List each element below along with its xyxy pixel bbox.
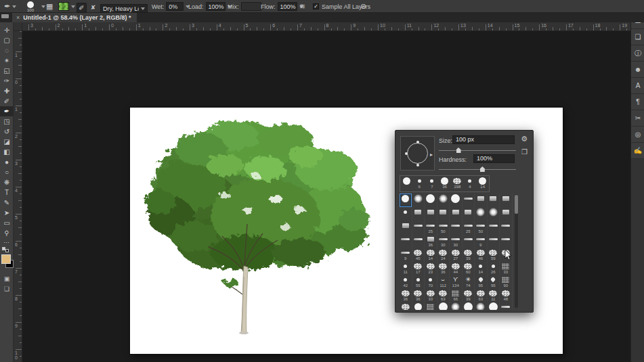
wet-mix-preset-dropdown[interactable]: Dry, Heavy Load (100, 4, 148, 13)
mixer-brush-tool[interactable]: ✒ (0, 106, 14, 116)
eraser-tool[interactable]: ◪ (0, 137, 14, 147)
brush-grid-scrollbar[interactable] (515, 194, 518, 308)
load-brush-button[interactable]: ✐ (77, 3, 87, 13)
recent-brush[interactable]: 4 (464, 176, 477, 191)
current-brush-load-swatch[interactable] (58, 0, 75, 13)
move-tool[interactable]: ✛ (0, 25, 14, 35)
toolbar-collapse-chip[interactable] (1, 14, 9, 18)
brush-preset[interactable]: 50 (437, 221, 450, 234)
flow-field[interactable]: 100% (278, 2, 297, 11)
brush-preset[interactable]: 26 (488, 261, 500, 275)
brush-angle-preview[interactable]: ▸ (400, 136, 435, 171)
screen-mode-icon[interactable]: ❏ (0, 284, 14, 294)
brush-preset[interactable]: 70 (425, 275, 437, 288)
zoom-tool[interactable]: ⚲ (0, 228, 14, 238)
brush-preset[interactable] (500, 194, 513, 207)
brush-preset[interactable] (488, 207, 500, 221)
pen-tool[interactable]: ✎ (0, 198, 14, 208)
eyedropper-tool[interactable]: ✑ (0, 76, 14, 86)
mix-field[interactable] (241, 2, 261, 11)
brush-preset[interactable]: 50 (475, 221, 488, 234)
foreground-color-swatch[interactable] (1, 254, 11, 264)
brush-preset[interactable]: 11 (400, 261, 412, 275)
brush-preset[interactable]: 60 (463, 261, 475, 275)
brush-preset[interactable] (425, 207, 437, 221)
path-select-tool[interactable]: ➤ (0, 208, 14, 218)
brush-preset[interactable]: 36 (437, 261, 450, 275)
brush-preset[interactable]: 39 (463, 248, 475, 261)
horizontal-ruler[interactable]: 321012345678910111213141516171819 (22, 22, 644, 31)
blur-tool[interactable]: ● (0, 157, 14, 167)
scrollbar-thumb[interactable] (515, 195, 518, 214)
sample-all-layers-checkbox[interactable]: ✓ (313, 3, 319, 9)
brush-preset[interactable]: 33 (425, 288, 437, 302)
lasso-tool[interactable]: ◌ (0, 45, 14, 55)
brush-preset[interactable] (475, 302, 488, 310)
brush-preset[interactable] (400, 194, 412, 207)
brush-preset[interactable]: 33 (500, 261, 513, 275)
recent-brush[interactable]: 7 (425, 176, 438, 191)
brush-preset[interactable]: ⌣112 (437, 275, 450, 288)
brush-preset[interactable]: 9 (475, 234, 488, 248)
brush-preset[interactable]: 36 (412, 288, 425, 302)
size-slider[interactable] (439, 150, 516, 151)
brush-preset[interactable]: ϒ134 (450, 275, 463, 288)
magic-wand-tool[interactable]: ✶ (0, 55, 14, 66)
brush-preset[interactable]: 48 (500, 288, 513, 302)
airbrush-toggle[interactable]: ≋ (299, 0, 305, 13)
brushes-panel-icon[interactable]: ✍ (631, 143, 644, 159)
brush-preset[interactable]: 90 (500, 275, 513, 288)
brush-preset[interactable] (500, 302, 513, 310)
chevron-down-icon[interactable] (41, 5, 45, 8)
brush-preset[interactable] (400, 207, 412, 221)
brush-preset[interactable] (463, 194, 475, 207)
recent-brush[interactable]: 14 (476, 176, 489, 191)
brush-preset[interactable] (450, 221, 463, 234)
default-swap-colors[interactable] (0, 246, 14, 253)
brush-preset[interactable] (488, 221, 500, 234)
brush-preset[interactable]: 14 (475, 261, 488, 275)
brush-preset[interactable]: 32 (400, 302, 412, 310)
gradient-tool[interactable]: ◧ (0, 147, 14, 157)
paragraph-panel-icon[interactable]: ¶ (631, 94, 644, 110)
brush-preset[interactable] (412, 194, 425, 207)
brush-preset[interactable] (463, 207, 475, 221)
export-panel-icon[interactable]: ❏ (631, 29, 644, 45)
brush-preset[interactable]: 25 (463, 221, 475, 234)
brush-preset[interactable]: 42 (400, 275, 412, 288)
brush-preset[interactable]: 24 (437, 248, 450, 261)
swap-colors-icon[interactable] (5, 249, 9, 252)
brush-tool[interactable]: ✐ (0, 96, 14, 106)
brush-preset[interactable]: 9 (400, 248, 412, 261)
create-new-brush-icon[interactable]: ❐ (521, 148, 528, 156)
size-field[interactable]: 100 px (452, 135, 515, 144)
gear-icon[interactable]: ⚙ (521, 135, 528, 143)
navigator-panel-icon[interactable]: ◎ (631, 127, 644, 143)
marquee-tool[interactable]: ▢ (0, 35, 14, 45)
roundness-handle[interactable] (416, 141, 419, 143)
brush-preset[interactable]: 27 (450, 248, 463, 261)
brush-preset[interactable] (450, 207, 463, 221)
brush-preset[interactable]: 95 (475, 275, 488, 288)
brush-preset[interactable]: 17 (412, 261, 425, 275)
smudge-tool[interactable]: ❋ (0, 177, 14, 187)
clone-stamp-tool[interactable]: ◳ (0, 116, 14, 127)
recent-brush[interactable]: 198 (451, 176, 464, 191)
brush-preset[interactable] (437, 207, 450, 221)
hardness-field[interactable]: 100% (473, 154, 515, 163)
pressure-size-toggle[interactable]: ⊙ (360, 0, 366, 13)
brush-preset[interactable]: 36 (400, 288, 412, 302)
roundness-handle[interactable] (416, 164, 419, 166)
brush-preset[interactable]: 63 (475, 288, 488, 302)
type-tool[interactable]: T (0, 187, 14, 198)
brush-preset-picker-button[interactable]: 100 (27, 1, 34, 12)
brush-preset[interactable] (475, 194, 488, 207)
recent-brush[interactable] (400, 176, 413, 191)
brush-preset[interactable] (500, 221, 513, 234)
size-slider-thumb[interactable] (456, 148, 461, 153)
wet-field[interactable]: 0% (166, 2, 184, 11)
brush-preset[interactable] (488, 302, 500, 310)
brush-preset[interactable]: 55 (412, 302, 425, 310)
libraries-panel-icon[interactable]: ☻ (631, 62, 644, 78)
brush-preset[interactable]: 39 (463, 288, 475, 302)
